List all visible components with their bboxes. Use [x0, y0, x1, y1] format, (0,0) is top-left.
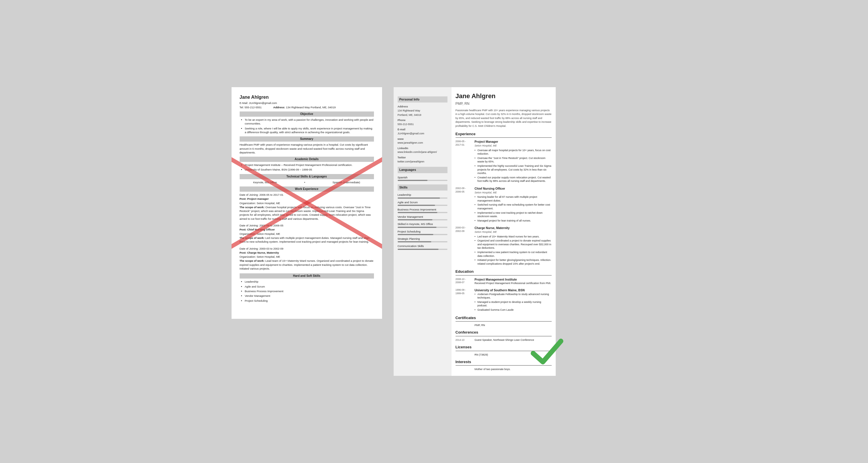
left-summary-text: Healthcare PMP with years of experience … — [240, 143, 374, 154]
left-work-2: Date of Joining: 2002-09 to 2006-05 Post… — [240, 224, 374, 243]
left-contact-row: Tel: 555-212-5551 Address: 134 Rightward… — [240, 106, 374, 109]
right-edu-title: Education — [456, 269, 552, 276]
sb-skill-name: Project Scheduling — [398, 230, 447, 233]
sb-twitter: twitter.com/janeahlgren — [398, 160, 447, 164]
left-skill2: Spanish (intermediate) — [333, 180, 360, 184]
right-conf-text: Guest Speaker, Northeast Shingo Lean Con… — [475, 338, 534, 342]
sb-skill-name: Skilled in Keynote, MS Office — [398, 222, 447, 226]
right-edu-1: 2008-10 - 2008-07 Project Management Ins… — [456, 278, 552, 285]
left-w2-post: Post: Chief Nursing Officer — [240, 228, 374, 231]
sb-skill-bar-fill — [398, 198, 440, 199]
right-edu2-dates: 1996-09 - 1999-05 — [456, 288, 472, 312]
sb-skill-bar-fill — [398, 212, 438, 213]
right-exp1-dates: 2006-05 - 2017-01 — [456, 140, 472, 183]
right-exp-title: Experience — [456, 132, 552, 138]
left-objective-list: To be an expert in my area of work, with… — [240, 118, 374, 134]
sb-skill-name: Business Process Improvement — [398, 208, 447, 211]
sb-email: JUAhlgren@gmail.com — [398, 132, 447, 136]
right-exp2-dates: 2002-09 - 2006-05 — [456, 186, 472, 223]
left-address: Address: 134 Rightward Way Portland, ME,… — [273, 106, 336, 109]
right-conf-title: Conferences — [456, 330, 552, 336]
right-edu-2: 1996-09 - 1999-05 University of Southern… — [456, 288, 552, 312]
right-name: Jane Ahlgren — [456, 92, 552, 101]
right-exp-2: 2002-09 - 2006-05 Chief Nursing Officer … — [456, 186, 552, 223]
right-sidebar: Personal Info Address 134 Rightward Way … — [394, 87, 452, 376]
sb-skill-item: Communication Skills — [398, 244, 447, 250]
sb-lang-bar-fill — [398, 180, 428, 181]
left-hs-5: Project Scheduling — [245, 299, 374, 302]
sb-skill-item: Agile and Scrum — [398, 200, 447, 206]
left-bullet-sep: • — [304, 180, 305, 184]
sb-www-label: www — [398, 137, 447, 141]
left-w1-scope: The scope of work: Oversaw hospital proj… — [240, 205, 374, 221]
left-w3-post: Post: Charge Nurse, Maternity — [240, 251, 374, 255]
right-cert: PMP, RN — [475, 323, 552, 327]
sb-skill-bar-fill — [398, 205, 435, 206]
left-address-label: Address: — [273, 106, 285, 109]
sb-phone-label: Phone — [398, 118, 447, 122]
right-exp3-dates: 2000-03 - 2002-09 — [456, 226, 472, 266]
sb-skill-bar-bg — [398, 227, 447, 228]
sb-twitter-label: Twitter — [398, 156, 447, 160]
left-work-3: Date of Joining: 2000-03 to 2002-09 Post… — [240, 247, 374, 271]
left-academic-list: Project Management Institute – Received … — [240, 163, 374, 172]
left-resume: Jane Ahlgren E-Mail: JUAhlgren@gmail.com… — [231, 87, 382, 319]
right-conf-entry: 2014-10 Guest Speaker, Northeast Shingo … — [456, 338, 552, 342]
left-hs-4: Vendor Management — [245, 294, 374, 298]
sb-languages-title: Languages — [398, 167, 447, 173]
sb-skill-bar-bg — [398, 249, 447, 250]
sb-skill-bar-fill — [398, 241, 432, 242]
right-exp-1: 2006-05 - 2017-01 Project Manager Seton … — [456, 140, 552, 183]
left-w2-dates: Date of Joining: 2002-09 to 2006-05 — [240, 224, 374, 227]
sb-skill-bar-bg — [398, 241, 447, 242]
sb-lang-name: Spanish — [398, 175, 447, 179]
sb-skill-name: Communication Skills — [398, 244, 447, 248]
right-title: PMP, RN — [456, 102, 552, 106]
left-obj-2: Seeking a role, where I will be able to … — [245, 126, 374, 134]
right-edu2-details: University of Southern Maine, BSN Anders… — [475, 288, 552, 312]
left-obj-1: To be an expert in my area of work, with… — [245, 118, 374, 126]
sb-skill-name: Strategic Planning — [398, 237, 447, 241]
left-summary-header: Summary — [240, 136, 374, 142]
left-acad-1: Project Management Institute – Received … — [245, 163, 374, 167]
right-lic-title: Licenses — [456, 345, 552, 351]
left-work-header: Work Experience — [240, 186, 374, 192]
left-objective-header: Objective — [240, 112, 374, 117]
sb-skill-bar-fill — [398, 219, 432, 220]
sb-skill-item: Skilled in Keynote, MS Office — [398, 222, 447, 228]
sb-skill-name: Agile and Scrum — [398, 200, 447, 204]
left-w1-dates: Date of Joining: 2006-05 to 2017-01 — [240, 193, 374, 197]
sb-language: Spanish — [398, 175, 447, 181]
left-technical-header: Technical Skills & Languages — [240, 174, 374, 179]
sb-skill-name: Vendor Management — [398, 215, 447, 219]
sb-skill-name: Leadership — [398, 193, 447, 197]
right-interest: Mother of two passionate boys. — [475, 368, 552, 371]
left-address-val: 134 Rightward Way Portland, ME, 04019 — [286, 106, 336, 109]
left-hardsoft-list: Leadership Agile and Scrum Business Proc… — [240, 280, 374, 302]
right-exp3-details: Charge Nurse, Maternity Seton Hospital, … — [475, 226, 552, 266]
right-summary: Passionate healthcare PMP with 10+ years… — [456, 109, 552, 128]
left-w3-org: Organization: Seton Hospital, ME — [240, 255, 374, 259]
right-license: RN (73829) — [475, 353, 552, 357]
sb-skill-bar-bg — [398, 205, 447, 206]
left-hs-3: Business Process Improvement — [245, 289, 374, 293]
left-w1-org: Organization: Seton Hospital, ME — [240, 201, 374, 205]
sb-skill-item: Vendor Management — [398, 215, 447, 220]
right-edu1-details: Project Management Institute Received Pr… — [475, 278, 552, 285]
right-main: Jane Ahlgren PMP, RN Passionate healthca… — [452, 87, 556, 376]
sb-linkedin-label: LinkedIn — [398, 146, 447, 150]
sb-skill-bar-fill — [398, 249, 438, 250]
sb-addr1: 134 Rightward Way — [398, 109, 447, 113]
sb-skill-item: Leadership — [398, 193, 447, 198]
left-skills-row: Keynote, MS Office • Spanish (intermedia… — [240, 180, 374, 184]
left-w1-post: Post: Project manager — [240, 197, 374, 201]
sb-skill-bar-bg — [398, 212, 447, 213]
left-email: E-Mail: JUAhlgren@gmail.com — [240, 101, 374, 105]
sb-skills-title: Skills — [398, 184, 447, 191]
sb-skill-bar-fill — [398, 234, 434, 235]
sb-addr-label: Address — [398, 105, 447, 109]
sb-personal-title: Personal Info — [398, 96, 447, 103]
sb-lang-bar-bg — [398, 180, 447, 181]
main-container: Jane Ahlgren E-Mail: JUAhlgren@gmail.com… — [231, 87, 637, 376]
left-name: Jane Ahlgren — [240, 94, 374, 100]
